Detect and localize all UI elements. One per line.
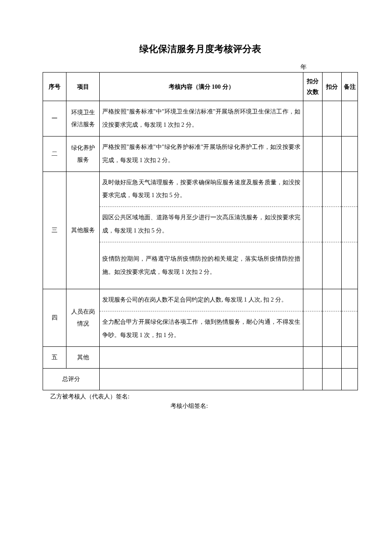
table-row: 一 环境卫生保洁服务 严格按照"服务标准"中"环境卫生保洁标准"开展场所环境卫生… [43, 101, 358, 137]
cell-note[interactable] [342, 346, 358, 368]
header-item: 项目 [66, 73, 100, 101]
cell-total-score[interactable] [323, 368, 342, 390]
cell-content: 严格按照"服务标准"中"环境卫生保洁标准"开展场所环境卫生保洁工作，如没按要求完… [100, 101, 303, 137]
cell-count[interactable] [303, 101, 323, 137]
cell-count[interactable] [303, 346, 323, 368]
cell-content: 发现服务公司的在岗人数不足合同约定的人数, 每发现 1 人次, 扣 2 分。 [100, 289, 303, 311]
cell-score[interactable] [323, 207, 342, 242]
evaluation-form-page: 绿化保洁服务月度考核评分表 年 序号 项目 考核内容（满分 100 分） 扣分次… [0, 0, 392, 453]
header-count: 扣分次数 [303, 73, 323, 101]
table-row: 五 其他 [43, 346, 358, 368]
cell-note[interactable] [342, 136, 358, 171]
cell-count[interactable] [303, 171, 323, 207]
cell-content: 全力配合甲方开展绿化保洁各项工作，做到热情服务，耐心沟通，不得发生争吵。每发现 … [100, 311, 303, 347]
signature-assessed: 乙方被考核人（代表人）签名: [43, 393, 358, 401]
cell-score[interactable] [323, 171, 342, 207]
table-row: 三 其他服务 及时做好应急天气清理服务，按要求确保响应服务速度及服务质量，如没按… [43, 171, 358, 207]
cell-note[interactable] [342, 311, 358, 347]
cell-total-content[interactable] [100, 368, 303, 390]
cell-total-count[interactable] [303, 368, 323, 390]
header-score: 扣分 [323, 73, 342, 101]
cell-score[interactable] [323, 311, 342, 347]
cell-count[interactable] [303, 289, 323, 311]
table-row: 二 绿化养护服务 严格按照"服务标准"中"绿化养护标准"开展场所绿化养护工作，如… [43, 136, 358, 171]
cell-seq: 五 [43, 346, 66, 368]
cell-score[interactable] [323, 136, 342, 171]
year-label: 年 [43, 63, 358, 71]
cell-seq: 一 [43, 101, 66, 137]
cell-count[interactable] [303, 242, 323, 289]
cell-content: 疫情防控期间，严格遵守场所疫情防控的相关规定，落实场所疫情防控措施。如没按要求完… [100, 242, 303, 289]
cell-seq: 二 [43, 136, 66, 171]
cell-score[interactable] [323, 242, 342, 289]
header-content: 考核内容（满分 100 分） [100, 73, 303, 101]
header-note: 备注 [342, 73, 358, 101]
cell-seq: 四 [43, 289, 66, 346]
cell-count[interactable] [303, 207, 323, 242]
cell-content: 及时做好应急天气清理服务，按要求确保响应服务速度及服务质量，如没按要求完成，每发… [100, 171, 303, 207]
cell-total-note[interactable] [342, 368, 358, 390]
cell-score[interactable] [323, 101, 342, 137]
cell-item: 环境卫生保洁服务 [66, 101, 100, 137]
cell-score[interactable] [323, 289, 342, 311]
header-seq: 序号 [43, 73, 66, 101]
cell-item: 人员在岗情况 [66, 289, 100, 346]
cell-score[interactable] [323, 346, 342, 368]
cell-item: 其他服务 [66, 171, 100, 289]
cell-count[interactable] [303, 136, 323, 171]
cell-total-label: 总评分 [43, 368, 100, 390]
cell-note[interactable] [342, 242, 358, 289]
cell-note[interactable] [342, 171, 358, 207]
cell-note[interactable] [342, 207, 358, 242]
cell-seq: 三 [43, 171, 66, 289]
cell-note[interactable] [342, 101, 358, 137]
cell-content: 园区公共区域地面、道路等每月至少进行一次高压清洗服务，如没按要求完成，每发现 1… [100, 207, 303, 242]
table-row: 四 人员在岗情况 发现服务公司的在岗人数不足合同约定的人数, 每发现 1 人次,… [43, 289, 358, 311]
cell-content[interactable] [100, 346, 303, 368]
evaluation-table: 序号 项目 考核内容（满分 100 分） 扣分次数 扣分 备注 一 环境卫生保洁… [43, 72, 358, 390]
signature-group: 考核小组签名: [43, 402, 358, 410]
cell-note[interactable] [342, 289, 358, 311]
form-title: 绿化保洁服务月度考核评分表 [43, 43, 358, 55]
table-row-total: 总评分 [43, 368, 358, 390]
cell-item: 其他 [66, 346, 100, 368]
cell-count[interactable] [303, 311, 323, 347]
cell-item: 绿化养护服务 [66, 136, 100, 171]
cell-content: 严格按照"服务标准"中"绿化养护标准"开展场所绿化养护工作，如没按要求完成，每发… [100, 136, 303, 171]
